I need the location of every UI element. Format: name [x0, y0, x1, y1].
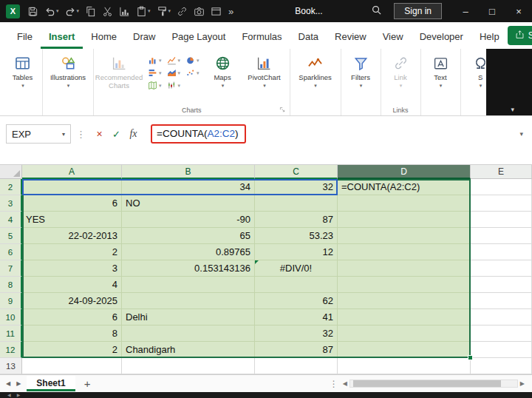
ribbon-button-illustrations[interactable]: Illustrations▾ — [45, 50, 91, 89]
menu-tab-page-layout[interactable]: Page Layout — [163, 25, 233, 49]
formula-input[interactable]: =COUNTA(A2:C2) — [142, 124, 514, 144]
cell-A13[interactable] — [22, 358, 122, 374]
menu-tab-home[interactable]: Home — [83, 25, 125, 49]
cell-C5[interactable]: 53.23 — [255, 228, 338, 244]
row-header-2[interactable]: 2 — [0, 179, 22, 195]
map-chart-icon[interactable]: ▾ — [148, 81, 162, 90]
cell-A6[interactable]: 2 — [22, 244, 122, 260]
cell-D7[interactable] — [338, 260, 471, 277]
cancel-button[interactable]: × — [91, 128, 108, 140]
row-header-12[interactable]: 12 — [0, 342, 22, 358]
sign-in-button[interactable]: Sign in — [394, 3, 442, 19]
copy-icon[interactable] — [82, 6, 99, 17]
insert-function-button[interactable]: fx — [125, 128, 142, 140]
cell-D13[interactable] — [338, 358, 471, 374]
horizontal-scrollbar[interactable]: ◀ ▶ — [343, 380, 525, 388]
menu-tab-developer[interactable]: Developer — [412, 25, 471, 49]
dialog-launcher-icon[interactable] — [279, 107, 286, 113]
row-header-6[interactable]: 6 — [0, 244, 22, 260]
cut-icon[interactable] — [99, 6, 116, 17]
clipboard-icon[interactable]: ▾ — [133, 6, 154, 17]
cell-D3[interactable] — [338, 195, 471, 212]
fill-handle[interactable] — [468, 355, 473, 360]
cell-C4[interactable]: 87 — [255, 212, 338, 228]
scroll-right-icon[interactable]: ▶ — [520, 380, 525, 387]
minimize-button[interactable]: – — [452, 0, 479, 22]
cell-A11[interactable]: 8 — [22, 326, 122, 342]
save-icon[interactable] — [24, 6, 41, 17]
cell-C6[interactable]: 12 — [255, 244, 338, 260]
sheet-bar-more-icon[interactable]: ⋮ — [325, 379, 343, 389]
cell-E11[interactable] — [471, 326, 532, 342]
camera-icon[interactable] — [191, 6, 208, 17]
cell-C8[interactable] — [255, 277, 338, 293]
name-box[interactable]: EXP ▾ — [6, 124, 71, 144]
add-sheet-button[interactable]: + — [78, 377, 97, 390]
cell-C10[interactable]: 41 — [255, 309, 338, 326]
row-header-8[interactable]: 8 — [0, 277, 22, 293]
excel-logo-icon[interactable]: X — [6, 4, 20, 18]
cell-B5[interactable]: 65 — [122, 228, 255, 244]
cell-A4[interactable]: YES — [22, 212, 122, 228]
column-header-A[interactable]: A — [22, 165, 122, 179]
row-header-11[interactable]: 11 — [0, 326, 22, 342]
cell-E13[interactable] — [471, 358, 532, 374]
cell-C12[interactable]: 87 — [255, 342, 338, 358]
column-header-D[interactable]: D — [338, 165, 471, 179]
ribbon-button-maps[interactable]: Maps▾ — [205, 50, 240, 89]
cell-D2[interactable]: =COUNTA(A2:C2) — [338, 179, 471, 195]
ribbon-button-tables[interactable]: Tables▾ — [5, 50, 40, 89]
cell-E8[interactable] — [471, 277, 532, 293]
ribbon-collapse-icon[interactable]: ▾ — [511, 106, 514, 113]
row-header-10[interactable]: 10 — [0, 309, 22, 326]
cell-D11[interactable] — [338, 326, 471, 342]
menu-tab-data[interactable]: Data — [290, 25, 327, 49]
stock-chart-icon[interactable]: ▾ — [167, 81, 181, 90]
window-icon[interactable] — [208, 6, 225, 17]
cell-B9[interactable] — [122, 293, 255, 309]
search-icon[interactable] — [364, 4, 389, 18]
cell-A8[interactable]: 4 — [22, 277, 122, 293]
link-icon[interactable] — [174, 6, 191, 17]
menu-tab-formulas[interactable]: Formulas — [233, 25, 290, 49]
cell-A12[interactable]: 2 — [22, 342, 122, 358]
column-header-E[interactable]: E — [471, 165, 532, 179]
line-chart-icon[interactable]: ▾ — [167, 55, 181, 65]
share-button[interactable]: Share ▾ — [508, 26, 532, 45]
ribbon-button-recommended-charts[interactable]: Recommended Charts — [96, 50, 142, 90]
close-button[interactable]: × — [505, 0, 532, 22]
menu-tab-draw[interactable]: Draw — [125, 25, 163, 49]
cell-B13[interactable] — [122, 358, 255, 374]
cell-E7[interactable] — [471, 260, 532, 277]
cell-B7[interactable]: 0.153143136 — [122, 260, 255, 277]
cell-D12[interactable] — [338, 342, 471, 358]
menu-tab-help[interactable]: Help — [471, 25, 508, 49]
ribbon-button-pivotchart[interactable]: PivotChart▾ — [242, 50, 287, 89]
sheet-nav-left-icon[interactable]: ◀ — [3, 380, 13, 387]
row-header-7[interactable]: 7 — [0, 260, 22, 277]
row-header-3[interactable]: 3 — [0, 195, 22, 212]
ribbon-button-link[interactable]: Link▾ — [383, 50, 418, 89]
cell-A3[interactable]: 6 — [22, 195, 122, 212]
cell-B12[interactable]: Chandigarh — [122, 342, 255, 358]
cell-A7[interactable]: 3 — [22, 260, 122, 277]
cell-C11[interactable]: 32 — [255, 326, 338, 342]
scroll-left-icon[interactable]: ◀ — [343, 380, 347, 387]
cell-A9[interactable]: 24-09-2025 — [22, 293, 122, 309]
column-header-C[interactable]: C — [255, 165, 338, 179]
format-painter-icon[interactable]: ▾ — [154, 6, 174, 17]
cell-C13[interactable] — [255, 358, 338, 374]
ribbon-button-text[interactable]: Text▾ — [423, 50, 458, 89]
row-header-4[interactable]: 4 — [0, 212, 22, 228]
menu-tab-review[interactable]: Review — [327, 25, 375, 49]
status-nav-right-icon[interactable]: ▶ — [17, 392, 21, 398]
cell-A2[interactable] — [22, 179, 122, 195]
cell-E6[interactable] — [471, 244, 532, 260]
cell-E9[interactable] — [471, 293, 532, 309]
cell-E2[interactable] — [471, 179, 532, 195]
cell-B8[interactable] — [122, 277, 255, 293]
cell-E3[interactable] — [471, 195, 532, 212]
column-header-B[interactable]: B — [122, 165, 255, 179]
cell-A5[interactable]: 22-02-2013 — [22, 228, 122, 244]
cell-C2[interactable]: 32 — [255, 179, 338, 195]
